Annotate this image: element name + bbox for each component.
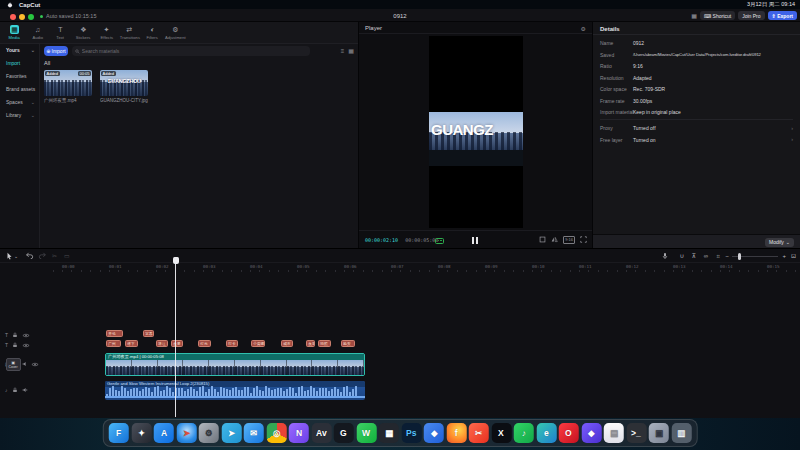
preview-video[interactable]: GUANGZ [429,36,523,228]
apple-logo-icon[interactable] [7,2,13,8]
dock-app-keynote[interactable]: ▦ [379,423,399,443]
zoom-out-icon[interactable]: − [725,252,729,260]
eye-icon[interactable] [22,333,30,338]
media-tab[interactable]: ▦ Media [3,25,26,40]
dock-app-arc[interactable]: Av [311,423,331,443]
text-clip[interactable]: 灯光 [198,340,211,347]
timeline-ruler[interactable]: 00:0000:0100:0200:0300:0400:0500:0600:07… [48,263,800,273]
asset-thumbnail[interactable]: Added 00:05 [44,70,92,96]
dock-app-wechat[interactable]: W [356,423,376,443]
text-clip[interactable]: 夜景 [171,340,183,347]
preview-quality-badge[interactable] [435,238,444,244]
dock-app-files[interactable]: ▣ [649,423,669,443]
asset-thumbnail[interactable]: Added GUANGZHOU [100,70,148,96]
text-clip[interactable]: 打卡 [226,340,238,347]
media-tab[interactable]: ♫ Audio [26,26,49,40]
dock-app-launchpad[interactable]: ✦ [131,423,151,443]
sidebar-item[interactable]: Favorites ⌄ [0,70,39,83]
fit-timeline-icon[interactable]: ⊡ [791,252,796,260]
fullscreen-icon[interactable] [580,236,587,243]
dock-app-telegram[interactable]: ➤ [221,423,241,443]
preview-axis-icon[interactable]: ⌗ [717,252,720,260]
dock-app-app-blue[interactable]: ◆ [424,423,444,443]
dock-app-notes[interactable]: ▤ [604,423,624,443]
export-button[interactable]: ⇧ Export [768,11,797,20]
playhead[interactable] [175,262,176,417]
dock-app-terminal[interactable]: >_ [626,423,646,443]
menubar-clock[interactable]: 3月12日 周二 09:14 [747,1,795,8]
crop-icon[interactable] [539,236,546,243]
dock-app-chrome[interactable]: ◎ [266,423,286,443]
details-toggle-row[interactable]: Proxy Turned off › [593,122,800,134]
lock-icon[interactable] [12,387,18,393]
select-tool-icon[interactable] [6,252,13,260]
dock-app-safari[interactable]: ➤ [176,423,196,443]
video-clip[interactable]: 广州塔夜景.mp4 | 00:00:05:08 [105,353,365,376]
sidebar-item[interactable]: Yours ⌄ [0,44,39,57]
text-clip[interactable]: 珠江 [156,340,168,347]
text-clip[interactable]: 开场 [106,330,123,337]
text-clip[interactable]: 晚安 [341,340,355,347]
dock-app-app-store[interactable]: A [154,423,174,443]
speaker-icon[interactable] [22,387,28,393]
text-clip[interactable]: 字幕 [143,330,154,337]
menubar-app-name[interactable]: CapCut [19,2,40,8]
text-clip[interactable]: 广州 [106,340,121,347]
undo-icon[interactable] [26,252,34,259]
media-asset-广州塔夜景.mp4[interactable]: Added 00:05 广州塔夜景.mp4 [44,70,92,103]
dock-app-x[interactable]: X [491,423,511,443]
lock-icon[interactable] [12,332,18,338]
dock-app-notability[interactable]: N [289,423,309,443]
timeline-zoom-slider[interactable] [732,256,778,257]
dock-app-github[interactable]: G [334,423,354,443]
dock-app-mail[interactable]: ✉ [244,423,264,443]
magnet-snap-icon[interactable]: ∪ [680,252,684,260]
dock-app-system-settings[interactable]: ⚙ [199,423,219,443]
media-tab[interactable]: ⇄ Transitions [118,26,141,40]
sidebar-item[interactable]: Spaces ⌄ [0,96,39,109]
redo-icon[interactable] [38,252,46,259]
dock-app-firefox[interactable]: f [446,423,466,443]
cover-button[interactable]: ▣ Cover [6,358,21,371]
pause-button[interactable] [472,237,478,244]
audio-clip[interactable]: Gentle and Slow Western Instrumental Loo… [105,381,365,400]
layout-icon[interactable]: ▦ [691,12,697,19]
ratio-badge[interactable]: 9:16 [563,236,575,244]
media-tab[interactable]: ❖ Stickers [72,26,95,40]
text-clip[interactable]: 塔下 [125,340,138,347]
player-settings-icon[interactable]: ⚙ [581,25,586,32]
sidebar-item[interactable]: Import ⌄ [0,57,39,70]
dock-app-trash[interactable]: ▥ [671,423,691,443]
media-tab[interactable]: ◐ Filters [141,26,164,40]
details-toggle-row[interactable]: Free layer Turned on › [593,134,800,146]
link-clips-icon[interactable]: ∞ [704,252,708,260]
media-asset-GUANGZHOU-CITY.jpg[interactable]: Added GUANGZHOU GUANGZHOU-CITY.jpg [100,70,148,103]
dock-app-finder[interactable]: F [109,423,129,443]
zoom-slider-handle[interactable] [738,253,741,260]
sidebar-item[interactable]: Brand assets ⌄ [0,83,39,96]
eye-icon[interactable] [22,343,30,348]
sidebar-item[interactable]: Library ⌄ [0,109,39,122]
delete-icon[interactable]: ▭ [64,252,70,260]
eye-icon[interactable] [31,362,39,367]
dock-app-photoshop[interactable]: Ps [401,423,421,443]
join-pro-button[interactable]: Join Pro [738,11,764,20]
lock-icon[interactable] [12,342,18,348]
dock-app-capcut[interactable]: ✂ [469,423,489,443]
text-clip[interactable]: 夜游 [306,340,315,347]
auto-snap-icon[interactable]: ⊼ [692,252,696,260]
dock-app-opera[interactable]: O [559,423,579,443]
media-tab[interactable]: T Text [49,26,72,40]
media-tab[interactable]: ⚙ Adjustment [164,26,187,40]
record-voiceover-icon[interactable] [662,252,668,260]
dock-app-edge[interactable]: e [536,423,556,443]
dock-app-obsidian[interactable]: ◆ [581,423,601,443]
split-icon[interactable]: ✂ [52,252,57,260]
media-tab[interactable]: ✦ Effects [95,26,118,40]
dock-app-music-app[interactable]: ♪ [514,423,534,443]
text-clip[interactable]: 城市 [281,340,293,347]
modify-button[interactable]: Modify⌄ [765,238,794,247]
zoom-in-icon[interactable]: + [782,252,786,260]
flip-icon[interactable] [551,236,558,243]
shortcut-button[interactable]: ⌨ Shortcut [700,11,735,20]
